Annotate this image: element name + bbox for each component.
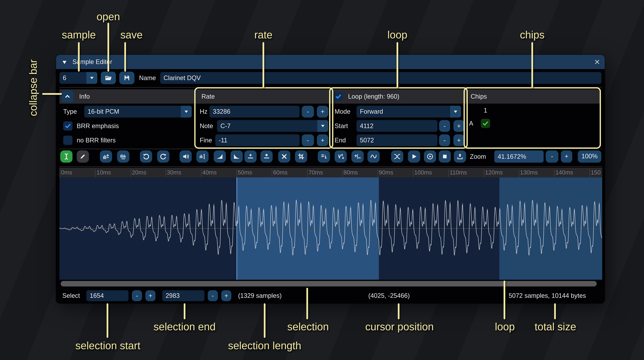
ruler-tick — [166, 169, 166, 177]
annotation-selection: selection — [287, 320, 329, 333]
ruler-tick — [201, 169, 202, 177]
ruler-tick — [590, 169, 590, 177]
edit-mode-draw-button[interactable] — [77, 150, 89, 162]
trim-button[interactable] — [295, 150, 307, 162]
sample-editor-window: Sample Editor 6 Name Clarinet DQV — [56, 55, 605, 303]
crossfade-button[interactable] — [391, 150, 403, 162]
fade-in-button[interactable] — [214, 150, 226, 162]
window-title: Sample Editor — [72, 55, 112, 69]
ruler-tick — [272, 169, 272, 177]
amplify-button[interactable] — [180, 150, 192, 162]
sample-select-combo[interactable]: 6 — [60, 72, 97, 84]
type-value: 16-bit PCM — [88, 108, 119, 115]
hz-plus-button[interactable]: + — [317, 106, 328, 118]
delete-button[interactable] — [278, 150, 290, 162]
selection-end-input[interactable]: 2983 — [162, 290, 204, 301]
time-ruler[interactable]: 0ms 10ms 20ms 30ms 40ms 50ms 60ms 70ms 8… — [60, 168, 602, 177]
selection-start-plus-button[interactable]: + — [146, 290, 156, 301]
total-size-text: 5072 samples, 10144 bytes — [509, 289, 586, 302]
selection-start-input[interactable]: 1654 — [86, 290, 128, 301]
preview-button[interactable] — [408, 150, 420, 162]
open-sample-button[interactable] — [101, 72, 116, 84]
ruler-label: 130ms — [520, 169, 538, 176]
selection-end-plus-button[interactable]: + — [221, 290, 232, 301]
chip-column-header: 1 — [481, 104, 490, 116]
note-value: C-7 — [220, 122, 230, 130]
ruler-label: 0ms — [61, 169, 72, 176]
fine-minus-button[interactable]: - — [302, 134, 314, 146]
resize-button[interactable] — [100, 150, 112, 162]
fine-plus-button[interactable]: + — [317, 134, 328, 146]
save-sample-button[interactable] — [119, 72, 134, 84]
loop-start-input[interactable]: 4112 — [356, 120, 438, 132]
separator — [60, 166, 602, 167]
insert-silence-button[interactable] — [244, 150, 257, 162]
ruler-tick — [95, 169, 96, 177]
note-combo[interactable]: C-7 — [217, 120, 328, 132]
normalize-icon — [199, 153, 206, 160]
ruler-tick — [519, 169, 519, 177]
invert-button[interactable] — [334, 150, 347, 162]
zoom-input[interactable]: 41.1672% — [494, 150, 544, 162]
zoom-reset-button[interactable]: 100% — [578, 150, 601, 162]
type-combo[interactable]: 16-bit PCM — [84, 106, 192, 118]
sign-button[interactable] — [352, 150, 364, 162]
zoom-out-button[interactable]: - — [546, 150, 558, 162]
name-input[interactable]: Clarinet DQV — [160, 72, 601, 84]
save-selection-button[interactable] — [454, 150, 466, 162]
chevron-down-icon — [86, 72, 97, 84]
fine-input[interactable]: -11 — [215, 134, 300, 146]
ruler-label: 60ms — [273, 169, 288, 176]
brr-emphasis-checkbox[interactable] — [63, 121, 72, 130]
fade-out-button[interactable] — [230, 150, 243, 162]
selection-length-text: (1329 samples) — [238, 289, 282, 302]
loop-end-minus-button[interactable]: - — [439, 134, 450, 146]
no-brr-filters-checkbox[interactable] — [63, 136, 72, 145]
annotation-rate: rate — [254, 28, 272, 41]
loop-start-plus-button[interactable]: + — [454, 120, 464, 132]
callout-line-total-size — [554, 303, 556, 319]
loop-end-input[interactable]: 5072 — [356, 134, 438, 146]
annotation-cursor-position: cursor position — [365, 320, 434, 333]
loop-header-label: Loop (length: 960) — [348, 89, 400, 104]
chip-row-label: A — [469, 118, 473, 130]
insert-silence-icon — [247, 153, 254, 160]
annotation-selection-length: selection length — [228, 340, 301, 352]
loop-enable-checkbox[interactable] — [334, 92, 343, 101]
edit-mode-select-button[interactable] — [60, 150, 72, 162]
ruler-label: 40ms — [202, 169, 217, 176]
zoom-in-button[interactable]: + — [561, 150, 572, 162]
selection-end-minus-button[interactable]: - — [208, 290, 218, 301]
ruler-label: 80ms — [344, 169, 358, 176]
waveform-canvas[interactable] — [60, 177, 602, 280]
loop-mode-combo[interactable]: Forward — [356, 106, 461, 118]
apply-silence-button[interactable] — [260, 150, 273, 162]
hz-input[interactable]: 33286 — [210, 106, 300, 118]
titlebar[interactable]: Sample Editor — [56, 55, 605, 69]
collapse-window-icon[interactable] — [62, 59, 68, 65]
loop-start-minus-button[interactable]: - — [439, 120, 450, 132]
selection-start-minus-button[interactable]: - — [132, 290, 142, 301]
brr-emphasis-label: BRR emphasis — [77, 120, 119, 132]
resample-button[interactable] — [117, 150, 130, 162]
callout-line-selection-length — [264, 303, 265, 338]
chevron-down-icon — [181, 106, 192, 118]
waveform-scrollbar[interactable] — [60, 281, 602, 287]
info-section: Info Type 16-bit PCM BRR emphasis no BRR… — [60, 89, 196, 148]
filter-button[interactable] — [368, 150, 380, 162]
close-button[interactable] — [592, 57, 602, 67]
stop-preview-button[interactable] — [439, 150, 451, 162]
reverse-button[interactable] — [318, 150, 330, 162]
redo-button[interactable] — [157, 150, 169, 162]
preview-loop-button[interactable] — [424, 150, 436, 162]
undo-button[interactable] — [140, 150, 152, 162]
scrollbar-thumb[interactable] — [61, 281, 597, 286]
normalize-button[interactable] — [196, 150, 209, 162]
select-label: Select — [62, 289, 80, 302]
waveform-area[interactable] — [60, 177, 602, 280]
hz-minus-button[interactable]: - — [302, 106, 314, 118]
collapse-bar-button[interactable] — [62, 90, 74, 102]
loop-end-plus-button[interactable]: + — [454, 134, 464, 146]
chevron-up-icon — [64, 93, 71, 100]
chip-enable-checkbox[interactable] — [481, 119, 490, 128]
